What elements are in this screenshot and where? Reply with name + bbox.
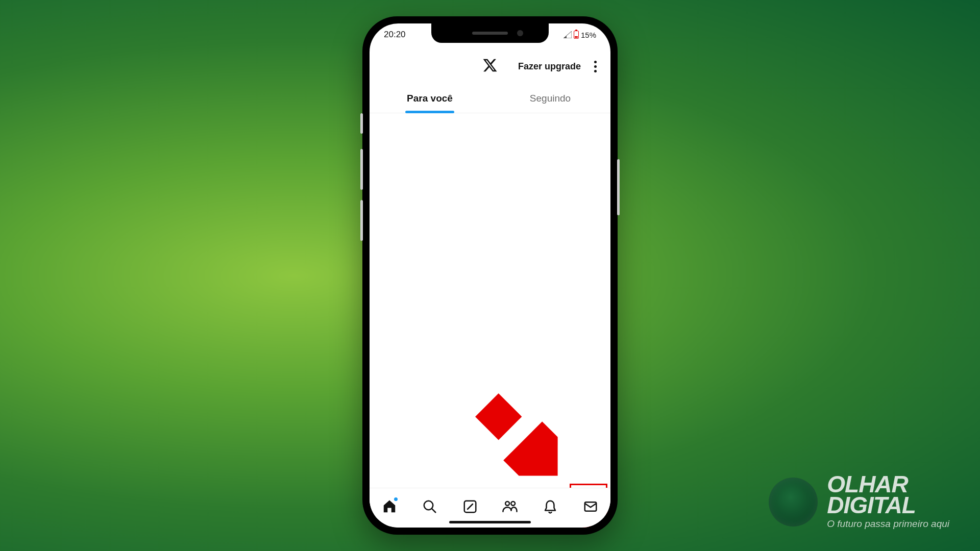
tab-for-you[interactable]: Para você: [370, 84, 490, 113]
phone-mockup: 20:20 15% Fazer upgrade Para vo: [362, 16, 618, 535]
grok-icon: [462, 499, 478, 514]
bell-icon: [543, 499, 558, 514]
battery-percent: 15%: [581, 31, 596, 39]
status-right: 15%: [564, 31, 596, 39]
communities-icon: [502, 499, 518, 514]
brand-globe-icon: [769, 478, 818, 527]
svg-line-3: [432, 509, 435, 512]
search-icon: [422, 499, 437, 514]
more-options-button[interactable]: [589, 56, 601, 77]
brand-name-line2: DIGITAL: [827, 495, 949, 515]
brand-tagline: O futuro passa primeiro aqui: [827, 518, 949, 530]
battery-low-icon: [574, 31, 579, 39]
home-icon: [382, 499, 397, 514]
svg-line-5: [468, 504, 473, 509]
svg-point-7: [511, 502, 516, 506]
signal-icon: [564, 31, 572, 38]
brand-watermark: OLHAR DIGITAL O futuro passa primeiro aq…: [769, 474, 949, 530]
power-button: [617, 159, 620, 215]
envelope-icon: [583, 499, 598, 514]
phone-notch: [431, 23, 549, 43]
svg-point-6: [505, 502, 509, 506]
tab-following-label: Seguindo: [530, 93, 571, 104]
upgrade-button[interactable]: Fazer upgrade: [518, 61, 581, 72]
nav-messages[interactable]: [579, 495, 602, 518]
feed-tabs: Para você Seguindo: [370, 84, 610, 113]
feed-content[interactable]: [370, 113, 610, 488]
tab-for-you-label: Para você: [407, 93, 453, 104]
volume-up-button: [360, 149, 363, 190]
mute-switch: [360, 113, 363, 134]
tab-following[interactable]: Seguindo: [490, 84, 610, 113]
nav-notifications[interactable]: [539, 495, 561, 518]
nav-grok[interactable]: [459, 495, 481, 518]
phone-screen: 20:20 15% Fazer upgrade Para vo: [370, 23, 610, 528]
volume-down-button: [360, 200, 363, 241]
nav-communities[interactable]: [499, 495, 521, 518]
nav-home[interactable]: [378, 495, 401, 518]
app-header: Fazer upgrade: [370, 49, 610, 84]
status-time: 20:20: [384, 30, 406, 40]
home-indicator[interactable]: [449, 521, 531, 523]
nav-search[interactable]: [419, 495, 441, 518]
x-logo-icon[interactable]: [482, 58, 498, 75]
